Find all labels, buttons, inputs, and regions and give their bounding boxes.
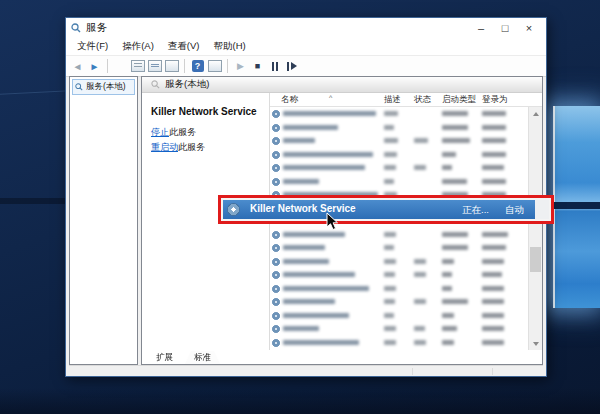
service-row[interactable]	[270, 121, 528, 135]
blurred-text	[414, 326, 425, 331]
services-app-icon	[71, 23, 81, 33]
blurred-text	[283, 259, 329, 264]
restart-service-suffix: 此服务	[178, 142, 205, 152]
rows-above-selection	[270, 107, 528, 202]
scroll-up-button[interactable]	[529, 107, 542, 120]
service-gear-icon	[272, 124, 280, 132]
blurred-text	[414, 138, 428, 143]
blurred-text	[442, 111, 468, 116]
restart-service-link[interactable]: 重启动	[151, 142, 178, 152]
service-row[interactable]	[270, 161, 528, 175]
menu-file[interactable]: 文件(F)	[70, 40, 115, 53]
toolbar-separator	[227, 59, 228, 73]
service-gear-icon	[272, 137, 280, 145]
help-button[interactable]: ?	[190, 58, 205, 74]
properties-button[interactable]	[130, 58, 145, 74]
pause-service-button[interactable]	[267, 58, 282, 74]
scroll-down-button[interactable]	[529, 337, 542, 350]
blurred-text	[384, 179, 394, 184]
forward-icon[interactable]: ►	[87, 58, 102, 74]
menu-view[interactable]: 查看(V)	[161, 40, 207, 53]
service-row[interactable]	[270, 107, 528, 121]
service-row[interactable]	[270, 134, 528, 148]
export-list-icon	[148, 60, 162, 72]
service-row[interactable]	[270, 175, 528, 189]
service-row[interactable]	[270, 228, 528, 242]
blurred-text	[442, 272, 452, 277]
blurred-text	[283, 299, 335, 304]
titlebar[interactable]: 服务 – □ ×	[66, 18, 546, 38]
blurred-text	[384, 286, 396, 291]
service-gear-icon	[272, 164, 280, 172]
show-console-tree-button[interactable]	[113, 58, 128, 74]
blurred-text	[384, 299, 395, 304]
maximize-button[interactable]: □	[493, 19, 517, 37]
restart-service-button[interactable]	[284, 58, 299, 74]
service-gear-icon	[272, 151, 280, 159]
selected-service-row[interactable]: Killer Network Service 正在... 自动	[223, 200, 535, 219]
stop-service-link[interactable]: 停止	[151, 127, 169, 137]
service-row[interactable]	[270, 148, 528, 162]
statusbar-divider	[412, 368, 413, 375]
tree-item-services-local[interactable]: 服务(本地)	[72, 79, 135, 95]
tab-extended[interactable]: 扩展	[147, 351, 182, 364]
column-header-logon-as[interactable]: 登录为	[482, 94, 508, 106]
column-header-status[interactable]: 状态	[414, 94, 431, 106]
blurred-text	[482, 245, 506, 250]
close-button[interactable]: ×	[517, 19, 541, 37]
service-row[interactable]	[270, 295, 528, 309]
service-row[interactable]	[270, 336, 528, 350]
refresh-button[interactable]	[164, 58, 179, 74]
help-icon: ?	[192, 60, 204, 72]
service-gear-icon	[272, 231, 280, 239]
minimize-button[interactable]: –	[469, 19, 493, 37]
pane-header-icon	[151, 80, 160, 89]
extended-view-button[interactable]	[207, 58, 222, 74]
blurred-text	[384, 326, 396, 331]
column-header-startup-type[interactable]: 启动类型	[442, 94, 476, 106]
blurred-text	[482, 232, 508, 237]
blurred-text	[283, 152, 373, 157]
restart-icon	[287, 61, 297, 71]
blurred-text	[283, 111, 376, 116]
pane-header-title: 服务(本地)	[165, 78, 209, 91]
service-gear-icon	[272, 298, 280, 306]
menubar: 文件(F) 操作(A) 查看(V) 帮助(H)	[66, 38, 546, 56]
blurred-text	[384, 232, 396, 237]
export-list-button[interactable]	[147, 58, 162, 74]
back-icon[interactable]: ◄	[70, 58, 85, 74]
service-row[interactable]	[270, 322, 528, 336]
blurred-text	[283, 326, 319, 331]
statusbar-divider	[492, 368, 493, 375]
menu-help[interactable]: 帮助(H)	[206, 40, 252, 53]
service-gear-icon	[227, 203, 240, 216]
blurred-text	[283, 245, 325, 250]
selected-row-status: 正在...	[462, 204, 489, 217]
refresh-icon	[165, 60, 179, 72]
blurred-text	[283, 165, 365, 170]
restart-service-line: 重启动此服务	[151, 141, 269, 154]
service-row[interactable]	[270, 255, 528, 269]
service-row[interactable]	[270, 268, 528, 282]
blurred-text	[482, 340, 504, 345]
blurred-text	[384, 245, 394, 250]
service-gear-icon	[272, 244, 280, 252]
blurred-text	[414, 165, 426, 170]
start-service-icon[interactable]: ▶	[233, 58, 248, 74]
service-row[interactable]	[270, 282, 528, 296]
wallpaper-shadow	[0, 198, 70, 204]
column-header-description[interactable]: 描述	[384, 94, 401, 106]
selected-row-startup-type: 自动	[505, 204, 524, 217]
blurred-text	[442, 259, 454, 264]
stop-service-icon[interactable]: ■	[250, 58, 265, 74]
blurred-text	[482, 125, 506, 130]
toolbar-separator	[107, 59, 108, 73]
service-row[interactable]	[270, 241, 528, 255]
service-row[interactable]	[270, 309, 528, 323]
vertical-scrollbar[interactable]	[528, 107, 542, 350]
menu-action[interactable]: 操作(A)	[115, 40, 161, 53]
service-row[interactable]	[270, 349, 528, 350]
scrollbar-thumb[interactable]	[530, 247, 541, 272]
column-header-name[interactable]: 名称	[281, 94, 298, 106]
tab-standard[interactable]: 标准	[185, 351, 220, 364]
